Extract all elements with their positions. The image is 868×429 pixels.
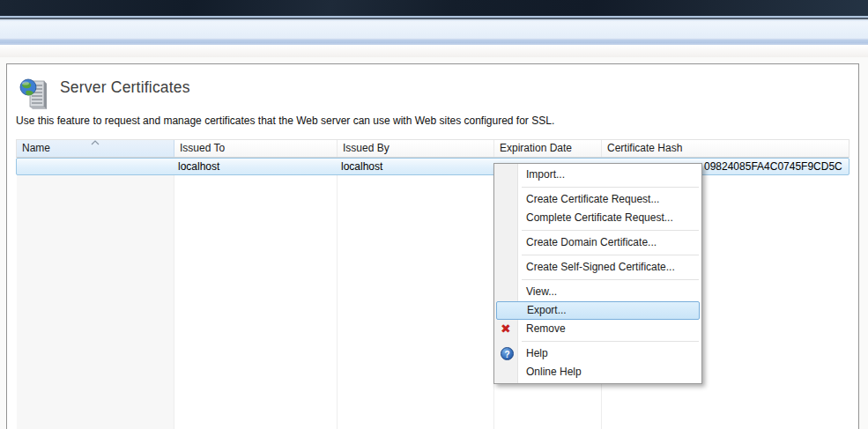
- menu-separator: [522, 230, 699, 231]
- feature-description: Use this feature to request and manage c…: [16, 115, 554, 127]
- menu-item-remove[interactable]: ✖ Remove: [494, 320, 701, 338]
- iis-manager-window: Server Certificates Use this feature to …: [0, 0, 868, 429]
- toolbar-fade-strip: [0, 45, 868, 57]
- menu-item-label: Remove: [526, 322, 566, 335]
- list-body: localhost localhost 09824085FA4C0745F9CD…: [16, 158, 849, 429]
- window-titlebar[interactable]: [0, 0, 868, 16]
- address-bar-strip: [0, 21, 868, 38]
- column-header-issued-by[interactable]: Issued By: [338, 140, 494, 157]
- context-menu: Import... Create Certificate Request... …: [493, 163, 702, 384]
- column-header-certificate-hash[interactable]: Certificate Hash: [602, 140, 849, 157]
- cell-name: [17, 159, 174, 174]
- sort-ascending-icon: [91, 140, 100, 145]
- cell-issued-to: localhost: [174, 159, 337, 174]
- menu-item-create-self-signed-certificate[interactable]: Create Self-Signed Certificate...: [494, 258, 701, 277]
- menu-separator: [522, 341, 699, 342]
- help-icon: ?: [501, 347, 514, 360]
- column-header-issued-to[interactable]: Issued To: [174, 140, 338, 157]
- menu-item-import[interactable]: Import...: [494, 166, 701, 184]
- column-gridline: [174, 158, 174, 429]
- page-title: Server Certificates: [60, 78, 190, 97]
- menu-item-view[interactable]: View...: [494, 283, 701, 301]
- certificates-list: Name Issued To Issued By Expiration Date…: [16, 139, 849, 429]
- column-header-expiration-date[interactable]: Expiration Date: [494, 140, 602, 157]
- remove-x-icon: ✖: [501, 320, 511, 338]
- menu-item-help[interactable]: ? Help: [494, 344, 701, 363]
- menu-item-create-domain-certificate[interactable]: Create Domain Certificate...: [494, 233, 701, 252]
- feature-content-panel: Server Certificates Use this feature to …: [6, 63, 859, 429]
- certificate-row-selected[interactable]: localhost localhost 09824085FA4C0745F9CD…: [16, 158, 849, 175]
- menu-item-complete-certificate-request[interactable]: Complete Certificate Request...: [494, 209, 701, 227]
- column-header-label: Issued By: [343, 142, 389, 154]
- column-header-label: Name: [22, 142, 50, 154]
- sorted-column-shading: [17, 158, 174, 429]
- column-header-name[interactable]: Name: [17, 140, 174, 157]
- column-header-label: Certificate Hash: [607, 142, 682, 154]
- column-header-label: Issued To: [180, 142, 225, 154]
- menu-separator: [522, 255, 699, 255]
- column-header-label: Expiration Date: [500, 142, 572, 154]
- server-certificates-icon: [18, 76, 53, 111]
- cell-issued-by: localhost: [337, 159, 493, 174]
- list-header-row: Name Issued To Issued By Expiration Date…: [16, 139, 849, 158]
- toolbar-blue-strip: [0, 38, 868, 45]
- menu-separator: [522, 279, 699, 280]
- menu-item-export[interactable]: Export...: [496, 301, 700, 320]
- menu-item-create-certificate-request[interactable]: Create Certificate Request...: [494, 190, 701, 209]
- menu-separator: [522, 187, 699, 188]
- menu-item-label: Help: [526, 347, 548, 359]
- menu-item-online-help[interactable]: Online Help: [494, 363, 701, 381]
- column-gridline: [337, 158, 338, 429]
